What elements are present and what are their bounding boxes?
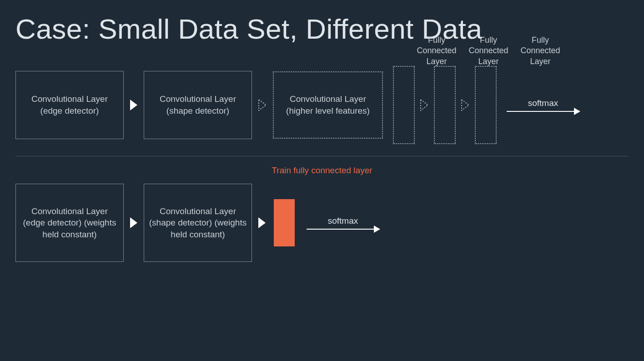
- softmax-label-bottom: softmax: [328, 216, 358, 226]
- arrowhead-icon: [374, 226, 380, 233]
- svg-marker-1: [421, 100, 428, 110]
- arrow-icon: [130, 217, 137, 228]
- top-diagram: Fully Connected Layer Fully Connected La…: [15, 66, 629, 144]
- arrow-dotted-icon: [420, 99, 428, 111]
- softmax-arrow-bottom: softmax: [307, 216, 379, 230]
- conv-layer-shape-label: Convolutional Layer (shape detector): [149, 93, 247, 116]
- svg-marker-0: [259, 100, 266, 110]
- divider: [15, 156, 629, 156]
- fc-layer-1: [393, 66, 415, 144]
- fc-layer-3: [475, 66, 497, 144]
- softmax-label-top: softmax: [528, 98, 558, 108]
- conv-layer-edge-frozen-label: Convolutional Layer (edge detector) (wei…: [20, 206, 119, 241]
- fc-label-1: Fully Connected Layer: [413, 35, 460, 67]
- trainable-fc-layer: [274, 199, 295, 246]
- conv-layer-higher-label: Convolutional Layer (higher level featur…: [278, 93, 377, 116]
- conv-layer-edge: Convolutional Layer (edge detector): [15, 71, 124, 139]
- fc-layer-2: [434, 66, 456, 144]
- arrow-dotted-icon: [258, 99, 267, 111]
- fc-label-2: Fully Connected Layer: [465, 35, 512, 67]
- conv-layer-shape-frozen-label: Convolutional Layer (shape detector) (we…: [149, 206, 247, 241]
- arrowhead-icon: [574, 108, 580, 115]
- caption: Train fully connected layer: [15, 165, 629, 175]
- conv-layer-edge-frozen: Convolutional Layer (edge detector) (wei…: [15, 184, 124, 262]
- conv-layer-shape: Convolutional Layer (shape detector): [144, 71, 252, 139]
- conv-layer-edge-label: Convolutional Layer (edge detector): [20, 93, 119, 116]
- arrow-icon: [258, 217, 266, 228]
- slide: Case: Small Data Set, Different Data Ful…: [0, 0, 644, 361]
- softmax-arrow-top: softmax: [507, 98, 579, 112]
- svg-marker-2: [462, 100, 469, 110]
- fc-label-3: Fully Connected Layer: [517, 35, 564, 67]
- arrow-dotted-icon: [461, 99, 469, 111]
- arrow-icon: [130, 100, 137, 110]
- conv-layer-higher: Convolutional Layer (higher level featur…: [273, 71, 383, 139]
- bottom-diagram: Convolutional Layer (edge detector) (wei…: [15, 184, 629, 262]
- conv-layer-shape-frozen: Convolutional Layer (shape detector) (we…: [144, 184, 252, 262]
